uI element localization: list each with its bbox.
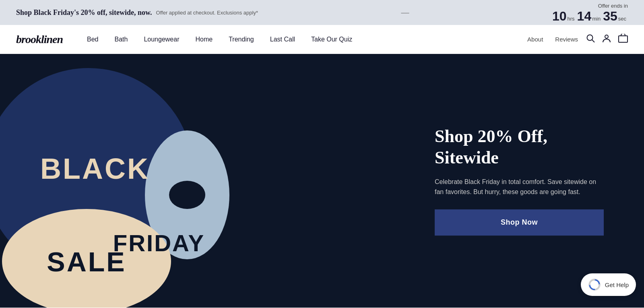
logo[interactable]: brooklinen <box>16 33 63 46</box>
svg-text:SALE: SALE <box>47 246 126 277</box>
svg-rect-3 <box>619 36 627 42</box>
nav-item-quiz[interactable]: Take Our Quiz <box>311 36 352 43</box>
shop-now-button[interactable]: Shop Now <box>435 209 604 236</box>
nav-icons <box>586 34 628 45</box>
announcement-sub-text: Offer applied at checkout. Exclusions ap… <box>156 10 258 16</box>
nav-item-home[interactable]: Home <box>196 36 213 43</box>
countdown-seconds: 35 <box>603 10 617 23</box>
get-help-label: Get Help <box>605 281 629 288</box>
navbar: brooklinen Bed Bath Loungewear Home Tren… <box>0 25 644 54</box>
search-icon[interactable] <box>586 34 595 45</box>
hero-content: Shop 20% Off, Sitewide Celebrate Black F… <box>435 126 604 236</box>
announcement-bar: Shop Black Friday's 20% off, sitewide, n… <box>0 0 644 25</box>
get-help-button[interactable]: Get Help <box>581 273 636 296</box>
countdown-minutes: 14 <box>577 10 592 23</box>
nav-item-last-call[interactable]: Last Call <box>270 36 295 43</box>
cart-icon[interactable] <box>618 34 628 45</box>
offer-ends-label: Offer ends in <box>552 3 628 9</box>
nav-item-trending[interactable]: Trending <box>229 36 254 43</box>
hours-unit: hrs <box>568 16 575 22</box>
svg-point-2 <box>605 35 608 38</box>
svg-line-1 <box>592 40 594 42</box>
countdown-timer: 10hrs 14min 35sec <box>552 10 628 23</box>
countdown-hours: 10 <box>552 10 567 23</box>
hero-section: BLACK FRIDAY SALE Shop 20% Off, Sitewide… <box>0 54 644 308</box>
nav-item-bed[interactable]: Bed <box>87 36 98 43</box>
svg-text:FRIDAY: FRIDAY <box>113 230 205 256</box>
nav-main: Bed Bath Loungewear Home Trending Last C… <box>87 36 515 43</box>
nav-item-bath[interactable]: Bath <box>115 36 128 43</box>
nav-secondary: About Reviews <box>527 36 578 43</box>
nav-item-reviews[interactable]: Reviews <box>555 36 578 43</box>
svg-point-0 <box>587 35 593 41</box>
announcement-main-text: Shop Black Friday's 20% off, sitewide, n… <box>16 8 152 17</box>
hero-description: Celebrate Black Friday in total comfort.… <box>435 177 604 197</box>
nav-item-about[interactable]: About <box>527 36 543 43</box>
hero-graphics: BLACK FRIDAY SALE <box>0 54 362 308</box>
svg-point-6 <box>169 181 205 209</box>
announcement-countdown: Offer ends in 10hrs 14min 35sec <box>552 3 628 23</box>
nav-item-loungewear[interactable]: Loungewear <box>144 36 179 43</box>
announcement-separator: — <box>401 8 409 17</box>
seconds-unit: sec <box>618 16 626 22</box>
svg-text:BLACK: BLACK <box>40 153 150 185</box>
hero-title: Shop 20% Off, Sitewide <box>435 126 604 169</box>
minutes-unit: min <box>592 16 601 22</box>
svg-point-11 <box>589 279 600 290</box>
account-icon[interactable] <box>602 34 611 45</box>
announcement-left: Shop Black Friday's 20% off, sitewide, n… <box>16 8 258 17</box>
get-help-icon <box>588 278 601 291</box>
